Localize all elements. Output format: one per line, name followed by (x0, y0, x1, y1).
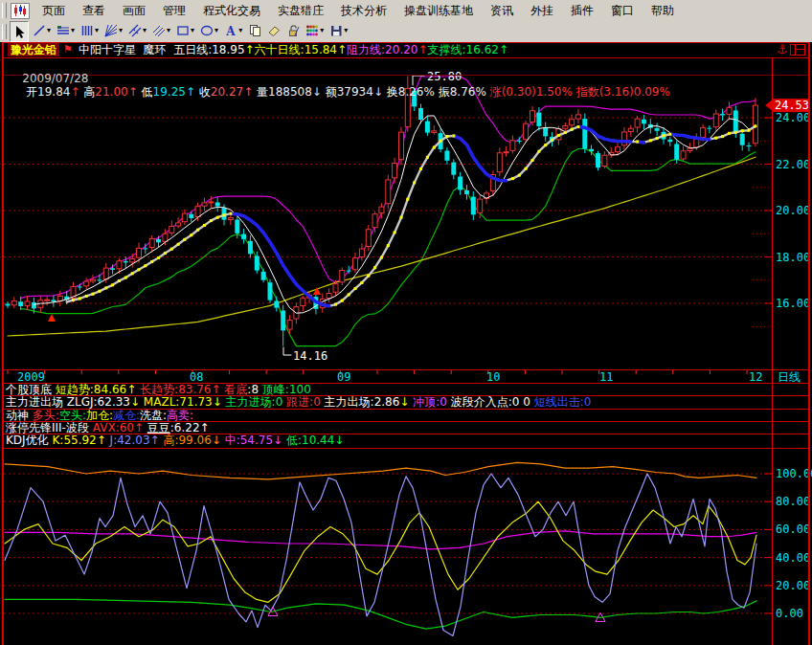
menu-item-10[interactable]: 外挂 (522, 0, 562, 22)
tool-copy-button[interactable] (246, 21, 263, 40)
text-segment: ↑ (337, 43, 347, 56)
fan-lines-icon (104, 24, 118, 37)
menu-item-1[interactable]: 页面 (34, 0, 74, 22)
text-segment: 支撑线:16.62 (428, 43, 499, 56)
price-and-kdj-chart[interactable]: 24.0022.0020.0018.0016.00100.0080.0060.0… (0, 42, 812, 645)
tool-vertical-lines-button[interactable]: ▾ (79, 21, 101, 40)
tool-hatch-lines-button[interactable]: ▾ (150, 21, 172, 40)
menu-bar: 页面查看画面管理程式化交易实盘猎庄技术分析操盘训练基地资讯外挂插件窗口帮助 (0, 0, 812, 22)
menu-item-4[interactable]: 管理 (154, 0, 194, 22)
dropdown-arrow-icon[interactable]: ▾ (47, 21, 51, 40)
svg-text:40.00: 40.00 (776, 551, 810, 565)
text-segment: 188508 (268, 85, 312, 99)
indicator-value: 主力进出场 (6, 395, 67, 409)
svg-text:2009: 2009 (17, 370, 45, 384)
text-segment: 19.84 (37, 85, 70, 99)
indicator-row-main-force-in-out[interactable]: 主力进出场 ZLGJ:62.33↓ MAZL:71.73↓ 主力进场:0 跟进:… (6, 396, 591, 409)
menu-item-3[interactable]: 画面 (114, 0, 154, 22)
rectangle-icon (176, 24, 190, 37)
text-segment: ↑ (417, 43, 427, 56)
indicator-row-kdj-optimized[interactable]: KDJ优化 K:55.92↑ J:42.03↑ 高:99.06↓ 中:54.75… (6, 434, 344, 447)
tool-color-dots-button[interactable]: ▾ (304, 21, 326, 40)
svg-text:24.00: 24.00 (776, 111, 810, 124)
layout-icon[interactable] (790, 44, 805, 56)
text-segment: 37934 (337, 85, 373, 99)
indicator-value: 短线出击:0 (534, 395, 592, 409)
indicator-value: 多头: (33, 409, 59, 422)
indicator-value: :8 (247, 383, 262, 396)
indicator-value: :6.22↑ (170, 421, 210, 434)
text-segment: 21.00 (95, 85, 127, 99)
dropdown-arrow-icon[interactable]: ▾ (320, 21, 324, 40)
indicator-value: 涨停先锋III-波段 (6, 421, 93, 434)
tool-channel-lines-button[interactable]: ▾ (126, 21, 148, 40)
dropdown-arrow-icon[interactable]: ▾ (71, 21, 75, 40)
dropdown-arrow-icon[interactable]: ▾ (119, 21, 123, 40)
tool-pointer-button[interactable] (10, 21, 29, 42)
text-segment: 指数(3.16)0.09% (576, 85, 670, 99)
tool-text-tool-button[interactable]: A▾ (222, 21, 244, 40)
indicator-value: 减仓: (113, 409, 140, 422)
menu-item-5[interactable]: 程式化交易 (194, 0, 269, 22)
channel-lines-icon (128, 24, 142, 37)
indicator-value: ↓ (399, 395, 413, 409)
indicator-value: KDJ优化 (6, 434, 52, 447)
tool-rectangle-button[interactable]: ▾ (174, 21, 196, 40)
dropdown-arrow-icon[interactable]: ▾ (191, 21, 194, 40)
tool-trend-line-button[interactable]: ▾ (31, 21, 53, 40)
menu-item-2[interactable]: 查看 (74, 0, 114, 22)
dropdown-arrow-icon[interactable]: ▾ (344, 21, 348, 40)
dropdown-arrow-icon[interactable]: ▾ (143, 21, 147, 40)
text-segment: 收 (199, 85, 211, 99)
menu-item-6[interactable]: 实盘猎庄 (269, 0, 332, 22)
dropdown-arrow-icon[interactable]: ▾ (238, 21, 242, 40)
dropdown-arrow-icon[interactable]: ▾ (95, 21, 99, 40)
menu-item-13[interactable]: 帮助 (643, 0, 683, 22)
indicator-value: 加仓: (86, 409, 113, 422)
svg-text:24.53: 24.53 (775, 99, 809, 112)
app-icon (11, 3, 30, 19)
menu-items: 页面查看画面管理程式化交易实盘猎庄技术分析操盘训练基地资讯外挂插件窗口帮助 (34, 0, 683, 22)
menu-item-7[interactable]: 技术分析 (332, 0, 395, 22)
drawing-toolbar: ▾▾▾▾▾▾▾▾A▾▾▾ (0, 21, 812, 43)
text-segment: 阻力线:20.20 (347, 43, 417, 56)
indicator-value: ZLGJ:62.33 (67, 395, 130, 409)
unlock-icon (286, 24, 300, 37)
svg-text:16.00: 16.00 (776, 297, 810, 310)
dropdown-arrow-icon[interactable]: ▾ (167, 21, 170, 40)
flag-icon: ⚑ (63, 43, 73, 56)
indicator-value: 高:99.06↓ (163, 434, 224, 447)
anchor-icon[interactable]: ⚓ (777, 43, 788, 56)
corner-icons: ⚓ (777, 43, 805, 56)
chart-area[interactable]: 24.0022.0020.0018.0016.00100.0080.0060.0… (0, 42, 812, 645)
tool-eraser-button[interactable] (265, 21, 282, 40)
tool-ellipse-button[interactable]: ▾ (198, 21, 220, 40)
menu-item-9[interactable]: 资讯 (482, 0, 522, 22)
menu-item-8[interactable]: 操盘训练基地 (395, 0, 482, 22)
indicator-value: ↓ (213, 395, 226, 409)
tool-horizontal-segments-button[interactable]: ▾ (55, 21, 77, 40)
indicator-value: 长趋势:83.76↑ (140, 383, 224, 396)
stock-name[interactable]: 豫光金铅 (8, 43, 59, 56)
tool-save-button[interactable]: ▾ (327, 21, 350, 40)
menu-item-11[interactable]: 插件 (562, 0, 602, 22)
dropdown-arrow-icon[interactable]: ▾ (214, 21, 218, 40)
svg-text:A: A (225, 25, 236, 38)
indicator-value: 波段介入点:0 0 (451, 395, 534, 409)
svg-text:20.00: 20.00 (776, 579, 810, 592)
vertical-lines-icon (80, 24, 94, 37)
text-segment: 额 (326, 85, 337, 99)
menu-item-12[interactable]: 窗口 (602, 0, 643, 22)
candlestick-app-icon (13, 5, 27, 16)
indicator-value: 个股顶底 (6, 383, 56, 396)
svg-text:日线: 日线 (778, 370, 801, 384)
text-segment: 中阳十字星 魔环 (79, 43, 173, 56)
indicator-value: 看底 (224, 383, 247, 396)
text-segment: ↓ (373, 85, 387, 99)
tool-unlock-button[interactable] (284, 21, 302, 40)
indicator-value: AVX:60↑ (93, 421, 147, 434)
indicator-value: 洗盘: (140, 409, 167, 422)
app-window: { "menu": {"items": ["页面","查看","画面","管理"… (0, 0, 812, 645)
tool-fan-lines-button[interactable]: ▾ (102, 21, 124, 40)
indicator-value: J:42.03↑ (110, 434, 164, 447)
